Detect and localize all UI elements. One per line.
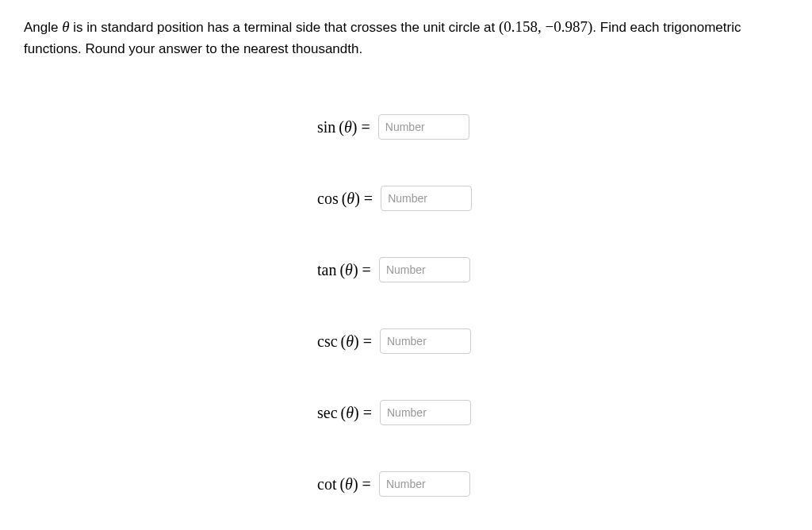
theta-arg: (θ) [341, 404, 359, 421]
func-name: csc [317, 332, 338, 351]
sec-input[interactable] [380, 400, 471, 425]
func-row-tan: tan (θ) = [317, 257, 788, 282]
equals: = [359, 332, 372, 350]
theta-arg: (θ) [341, 332, 359, 350]
func-row-cos: cos (θ) = [317, 186, 788, 211]
sin-input[interactable] [378, 114, 469, 140]
coord: (0.158, −0.987) [499, 18, 592, 35]
theta-inner: θ [346, 404, 354, 421]
func-row-cot: cot (θ) = [317, 471, 788, 497]
func-name: cot [317, 475, 336, 494]
func-label-sec: sec (θ) = [317, 404, 372, 422]
func-name: cos [317, 190, 339, 208]
func-row-sec: sec (θ) = [317, 400, 788, 425]
equals: = [358, 261, 371, 278]
cot-input[interactable] [379, 471, 470, 497]
func-label-csc: csc (θ) = [317, 332, 372, 351]
theta-arg: (θ) [339, 118, 357, 136]
func-name: tan [317, 261, 336, 279]
question-mid1: is in standard position has a terminal s… [70, 20, 499, 35]
equals: = [360, 190, 373, 207]
theta-arg: (θ) [339, 261, 358, 278]
tan-input[interactable] [379, 257, 470, 282]
question-prefix: Angle [24, 20, 62, 35]
theta-inner: θ [346, 332, 354, 350]
func-label-tan: tan (θ) = [317, 261, 371, 279]
theta-inner: θ [345, 475, 353, 493]
cos-input[interactable] [381, 186, 472, 211]
func-label-sin: sin (θ) = [317, 118, 370, 136]
equals: = [358, 475, 371, 493]
func-row-csc: csc (θ) = [317, 328, 788, 354]
func-row-sin: sin (θ) = [317, 114, 788, 140]
func-name: sin [317, 118, 335, 136]
func-label-cos: cos (θ) = [317, 190, 373, 208]
theta-arg: (θ) [339, 475, 358, 493]
theta-symbol: θ [62, 18, 69, 35]
equals: = [358, 118, 370, 136]
functions-container: sin (θ) = cos (θ) = tan (θ) = csc (θ) = … [317, 114, 788, 497]
csc-input[interactable] [380, 328, 471, 354]
theta-arg: (θ) [342, 190, 360, 207]
equals: = [359, 404, 372, 421]
theta-inner: θ [345, 261, 353, 278]
theta-inner: θ [347, 190, 354, 207]
func-name: sec [317, 404, 338, 422]
question-text: Angle θ is in standard position has a te… [24, 16, 788, 59]
func-label-cot: cot (θ) = [317, 475, 371, 494]
theta-inner: θ [344, 118, 352, 136]
